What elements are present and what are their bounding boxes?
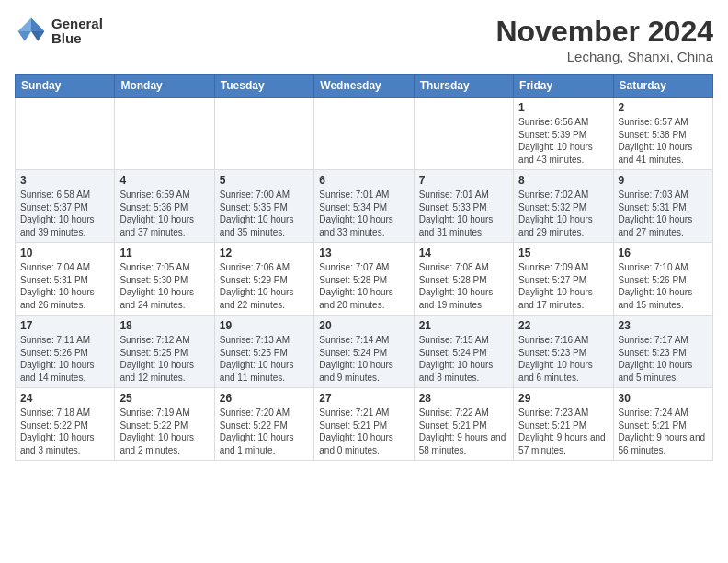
calendar-cell — [115, 98, 214, 170]
day-info: Sunrise: 7:02 AM Sunset: 5:32 PM Dayligh… — [518, 189, 608, 238]
calendar-week-row: 24Sunrise: 7:18 AM Sunset: 5:22 PM Dayli… — [16, 388, 713, 461]
day-info: Sunrise: 7:14 AM Sunset: 5:24 PM Dayligh… — [319, 334, 408, 384]
day-number: 19 — [220, 319, 309, 332]
calendar-cell: 11Sunrise: 7:05 AM Sunset: 5:30 PM Dayli… — [115, 243, 214, 316]
day-number: 9 — [619, 174, 708, 187]
day-number: 4 — [119, 174, 209, 187]
day-info: Sunrise: 6:57 AM Sunset: 5:38 PM Dayligh… — [619, 116, 708, 166]
svg-marker-3 — [18, 31, 31, 41]
weekday-header: Wednesday — [314, 75, 414, 98]
day-info: Sunrise: 7:04 AM Sunset: 5:31 PM Dayligh… — [20, 261, 109, 311]
calendar-cell: 5Sunrise: 7:00 AM Sunset: 5:35 PM Daylig… — [214, 170, 313, 243]
day-info: Sunrise: 7:10 AM Sunset: 5:26 PM Dayligh… — [619, 261, 708, 311]
calendar-week-row: 10Sunrise: 7:04 AM Sunset: 5:31 PM Dayli… — [16, 243, 713, 316]
calendar-cell: 26Sunrise: 7:20 AM Sunset: 5:22 PM Dayli… — [214, 388, 313, 461]
weekday-header: Thursday — [414, 75, 513, 98]
calendar-cell: 15Sunrise: 7:09 AM Sunset: 5:27 PM Dayli… — [514, 243, 613, 316]
calendar-cell: 17Sunrise: 7:11 AM Sunset: 5:26 PM Dayli… — [16, 316, 115, 388]
calendar-cell: 6Sunrise: 7:01 AM Sunset: 5:34 PM Daylig… — [314, 170, 414, 243]
day-number: 23 — [619, 319, 708, 332]
calendar-cell: 22Sunrise: 7:16 AM Sunset: 5:23 PM Dayli… — [514, 316, 613, 388]
day-number: 25 — [119, 392, 209, 405]
calendar-cell — [214, 98, 313, 170]
day-number: 30 — [619, 392, 708, 405]
calendar-cell: 19Sunrise: 7:13 AM Sunset: 5:25 PM Dayli… — [214, 316, 313, 388]
calendar-cell: 9Sunrise: 7:03 AM Sunset: 5:31 PM Daylig… — [613, 170, 712, 243]
calendar-cell: 1Sunrise: 6:56 AM Sunset: 5:39 PM Daylig… — [514, 98, 613, 170]
day-info: Sunrise: 7:20 AM Sunset: 5:22 PM Dayligh… — [220, 407, 309, 456]
calendar-cell: 25Sunrise: 7:19 AM Sunset: 5:22 PM Dayli… — [115, 388, 214, 461]
calendar-cell: 10Sunrise: 7:04 AM Sunset: 5:31 PM Dayli… — [16, 243, 115, 316]
day-info: Sunrise: 7:00 AM Sunset: 5:35 PM Dayligh… — [220, 189, 309, 238]
calendar-cell: 2Sunrise: 6:57 AM Sunset: 5:38 PM Daylig… — [613, 98, 712, 170]
day-info: Sunrise: 7:01 AM Sunset: 5:34 PM Dayligh… — [319, 189, 408, 238]
svg-marker-0 — [31, 18, 44, 31]
day-number: 16 — [619, 247, 708, 259]
day-number: 28 — [419, 392, 508, 405]
day-number: 10 — [20, 247, 109, 259]
day-number: 3 — [20, 174, 109, 187]
day-info: Sunrise: 7:21 AM Sunset: 5:21 PM Dayligh… — [319, 407, 408, 456]
day-info: Sunrise: 7:11 AM Sunset: 5:26 PM Dayligh… — [20, 334, 109, 384]
calendar-week-row: 3Sunrise: 6:58 AM Sunset: 5:37 PM Daylig… — [16, 170, 713, 243]
calendar-cell: 28Sunrise: 7:22 AM Sunset: 5:21 PM Dayli… — [414, 388, 513, 461]
day-info: Sunrise: 7:23 AM Sunset: 5:21 PM Dayligh… — [518, 407, 608, 456]
calendar-header-row: SundayMondayTuesdayWednesdayThursdayFrid… — [16, 75, 713, 98]
day-number: 12 — [220, 247, 309, 259]
svg-marker-1 — [31, 31, 44, 41]
calendar-cell: 13Sunrise: 7:07 AM Sunset: 5:28 PM Dayli… — [314, 243, 414, 316]
day-number: 7 — [419, 174, 508, 187]
day-info: Sunrise: 7:19 AM Sunset: 5:22 PM Dayligh… — [119, 407, 209, 456]
day-info: Sunrise: 7:17 AM Sunset: 5:23 PM Dayligh… — [619, 334, 708, 384]
calendar-cell: 3Sunrise: 6:58 AM Sunset: 5:37 PM Daylig… — [16, 170, 115, 243]
calendar-cell: 27Sunrise: 7:21 AM Sunset: 5:21 PM Dayli… — [314, 388, 414, 461]
day-number: 13 — [319, 247, 408, 259]
weekday-header: Tuesday — [214, 75, 313, 98]
calendar-cell: 29Sunrise: 7:23 AM Sunset: 5:21 PM Dayli… — [514, 388, 613, 461]
day-number: 1 — [518, 101, 608, 114]
page-header: General Blue November 2024 Lechang, Shan… — [15, 15, 713, 64]
calendar-cell: 24Sunrise: 7:18 AM Sunset: 5:22 PM Dayli… — [16, 388, 115, 461]
day-info: Sunrise: 7:05 AM Sunset: 5:30 PM Dayligh… — [119, 261, 209, 311]
day-number: 11 — [119, 247, 209, 259]
day-number: 15 — [518, 247, 608, 259]
day-number: 20 — [319, 319, 408, 332]
day-info: Sunrise: 6:56 AM Sunset: 5:39 PM Dayligh… — [518, 116, 608, 166]
title-block: November 2024 Lechang, Shanxi, China — [495, 15, 713, 64]
calendar-cell: 21Sunrise: 7:15 AM Sunset: 5:24 PM Dayli… — [414, 316, 513, 388]
day-number: 29 — [518, 392, 608, 405]
day-number: 14 — [419, 247, 508, 259]
day-number: 6 — [319, 174, 408, 187]
day-info: Sunrise: 7:24 AM Sunset: 5:21 PM Dayligh… — [619, 407, 708, 456]
weekday-header: Sunday — [16, 75, 115, 98]
calendar-cell: 30Sunrise: 7:24 AM Sunset: 5:21 PM Dayli… — [613, 388, 712, 461]
calendar-cell — [16, 98, 115, 170]
calendar-cell: 14Sunrise: 7:08 AM Sunset: 5:28 PM Dayli… — [414, 243, 513, 316]
calendar-cell: 7Sunrise: 7:01 AM Sunset: 5:33 PM Daylig… — [414, 170, 513, 243]
day-number: 17 — [20, 319, 109, 332]
logo-icon — [15, 15, 48, 48]
weekday-header: Saturday — [613, 75, 712, 98]
calendar-cell: 18Sunrise: 7:12 AM Sunset: 5:25 PM Dayli… — [115, 316, 214, 388]
day-info: Sunrise: 6:58 AM Sunset: 5:37 PM Dayligh… — [20, 189, 109, 238]
calendar-cell — [314, 98, 414, 170]
day-info: Sunrise: 6:59 AM Sunset: 5:36 PM Dayligh… — [119, 189, 209, 238]
day-info: Sunrise: 7:22 AM Sunset: 5:21 PM Dayligh… — [419, 407, 508, 456]
day-number: 5 — [220, 174, 309, 187]
calendar-week-row: 17Sunrise: 7:11 AM Sunset: 5:26 PM Dayli… — [16, 316, 713, 388]
day-number: 21 — [419, 319, 508, 332]
calendar-cell — [414, 98, 513, 170]
logo: General Blue — [15, 15, 103, 48]
day-info: Sunrise: 7:03 AM Sunset: 5:31 PM Dayligh… — [619, 189, 708, 238]
day-info: Sunrise: 7:06 AM Sunset: 5:29 PM Dayligh… — [220, 261, 309, 311]
day-info: Sunrise: 7:09 AM Sunset: 5:27 PM Dayligh… — [518, 261, 608, 311]
calendar-table: SundayMondayTuesdayWednesdayThursdayFrid… — [15, 74, 713, 461]
day-info: Sunrise: 7:08 AM Sunset: 5:28 PM Dayligh… — [419, 261, 508, 311]
day-info: Sunrise: 7:16 AM Sunset: 5:23 PM Dayligh… — [518, 334, 608, 384]
day-info: Sunrise: 7:07 AM Sunset: 5:28 PM Dayligh… — [319, 261, 408, 311]
weekday-header: Monday — [115, 75, 214, 98]
calendar-cell: 12Sunrise: 7:06 AM Sunset: 5:29 PM Dayli… — [214, 243, 313, 316]
logo-text: General Blue — [51, 17, 103, 47]
day-number: 27 — [319, 392, 408, 405]
day-number: 24 — [20, 392, 109, 405]
